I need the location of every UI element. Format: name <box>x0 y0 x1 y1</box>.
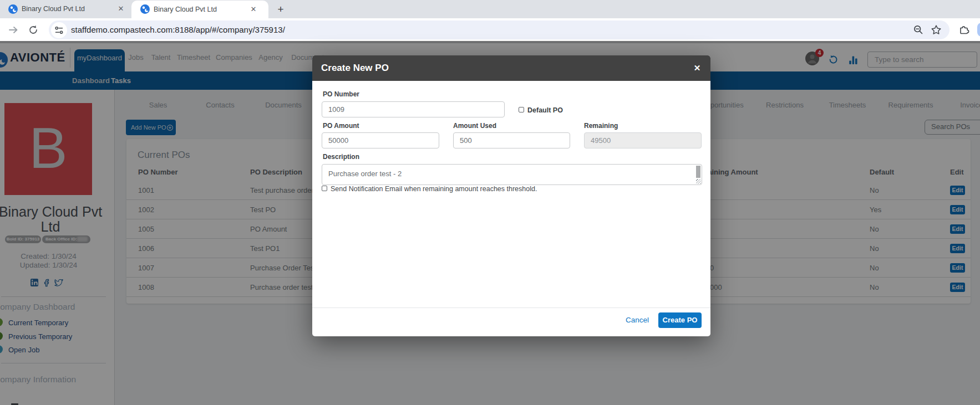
amount-used-input[interactable]: 500 <box>453 132 570 148</box>
new-tab-button[interactable]: + <box>274 3 287 16</box>
screen: Binary Cloud Pvt Ltd ✕ Binary Cloud Pvt … <box>0 0 980 405</box>
remaining-label: Remaining <box>584 122 618 130</box>
modal-footer-divider <box>312 307 710 308</box>
browser-tab-1[interactable]: Binary Cloud Pvt Ltd ✕ <box>0 0 131 18</box>
notification-label: Send Notification Email when remaining a… <box>331 185 537 193</box>
create-po-modal: Create New PO ✕ PO Number 1009 Default P… <box>312 55 710 336</box>
default-po-checkbox[interactable] <box>519 107 524 112</box>
favicon-icon <box>140 4 150 14</box>
browser-toolbar: staffdemo.compastech.com:8188/app/#/comp… <box>0 18 980 41</box>
po-number-input[interactable]: 1009 <box>322 101 505 117</box>
po-amount-label: PO Amount <box>323 122 359 130</box>
amount-used-label: Amount Used <box>453 122 496 130</box>
modal-close-icon[interactable]: ✕ <box>692 63 703 74</box>
modal-header: Create New PO ✕ <box>312 55 710 81</box>
url-text[interactable]: staffdemo.compastech.com:8188/app/#/comp… <box>71 20 285 39</box>
browser-tab-2-active[interactable]: Binary Cloud Pvt Ltd ✕ <box>131 1 268 18</box>
site-info-chip[interactable] <box>51 22 67 38</box>
cancel-button[interactable]: Cancel <box>619 312 656 328</box>
po-amount-input[interactable]: 50000 <box>322 132 439 148</box>
url-bar[interactable]: staffdemo.compastech.com:8188/app/#/comp… <box>49 20 949 39</box>
browser-tabstrip: Binary Cloud Pvt Ltd ✕ Binary Cloud Pvt … <box>0 0 980 18</box>
browser-tab-title: Binary Cloud Pvt Ltd <box>22 5 85 13</box>
po-number-label: PO Number <box>323 90 359 98</box>
reload-icon[interactable] <box>28 24 39 35</box>
textarea-scrollbar[interactable] <box>696 166 700 178</box>
description-textarea[interactable]: Purchase order test - 2 <box>322 164 702 185</box>
extensions-icon[interactable] <box>958 24 969 35</box>
default-po-label: Default PO <box>527 106 563 114</box>
description-label: Description <box>323 153 359 161</box>
tab-close-icon[interactable]: ✕ <box>116 4 125 13</box>
site-settings-icon <box>54 25 64 35</box>
profile-avatar[interactable] <box>977 23 980 37</box>
favicon-icon <box>8 4 18 14</box>
textarea-resize-grip[interactable] <box>696 179 701 184</box>
description-value: Purchase order test - 2 <box>328 170 402 178</box>
tab-close-icon[interactable]: ✕ <box>249 5 258 14</box>
zoom-out-icon[interactable] <box>913 24 924 35</box>
create-po-button[interactable]: Create PO <box>658 312 702 328</box>
forward-icon[interactable] <box>8 24 19 35</box>
notification-checkbox[interactable] <box>322 186 327 191</box>
browser-tab-title: Binary Cloud Pvt Ltd <box>154 6 217 13</box>
bookmark-star-icon[interactable] <box>931 24 942 35</box>
modal-title: Create New PO <box>321 55 389 81</box>
remaining-input: 49500 <box>584 132 702 148</box>
